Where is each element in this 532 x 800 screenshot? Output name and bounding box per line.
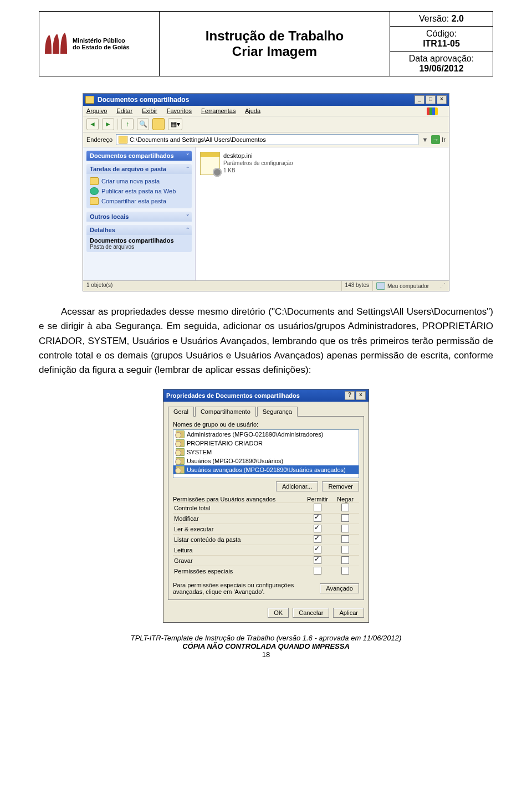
deny-checkbox[interactable] xyxy=(341,535,349,543)
close-button[interactable]: × xyxy=(437,95,447,104)
task-publish-web[interactable]: Publicar esta pasta na Web xyxy=(90,186,188,196)
tab-geral[interactable]: Geral xyxy=(168,407,194,417)
cancel-button[interactable]: Cancelar xyxy=(293,608,329,618)
maximize-button[interactable]: □ xyxy=(426,95,436,104)
deny-checkbox[interactable] xyxy=(341,504,349,511)
permit-checkbox[interactable] xyxy=(314,514,321,522)
explorer-statusbar: 1 objeto(s) 143 bytes Meu computador ⋰ xyxy=(83,280,449,291)
doc-title-2: Criar Imagem xyxy=(232,44,317,59)
menu-editar[interactable]: Editar xyxy=(116,107,132,114)
up-button[interactable]: ↑ xyxy=(121,118,134,130)
file-item[interactable]: desktop.ini Parâmetros de configuração 1… xyxy=(200,152,444,175)
explorer-sidebar: Documentos compartilhadosˇ Tarefas de ar… xyxy=(83,147,196,280)
file-desc: Parâmetros de configuração xyxy=(223,160,293,167)
add-button[interactable]: Adicionar... xyxy=(276,481,318,491)
page-footer: TPLT-ITR-Template de Instrução de Trabal… xyxy=(39,634,493,659)
status-location: Meu computador xyxy=(387,283,429,289)
group-item[interactable]: Usuários (MPGO-021890\Usuários) xyxy=(173,457,359,465)
details-body: Documentos compartilhados Pasta de arqui… xyxy=(86,235,192,252)
date-label: Data aprovação: xyxy=(393,54,489,64)
apply-button[interactable]: Aplicar xyxy=(333,608,364,618)
permit-checkbox[interactable] xyxy=(314,504,321,511)
permission-row: Controle total xyxy=(173,502,359,513)
help-button[interactable]: ? xyxy=(345,391,355,400)
permission-name: Permissões especiais xyxy=(173,568,304,575)
computer-icon xyxy=(376,282,385,290)
permit-checkbox[interactable] xyxy=(314,535,321,543)
permissions-label: Permissões para Usuários avançados xyxy=(173,496,304,502)
deny-checkbox[interactable] xyxy=(341,525,349,532)
deny-checkbox[interactable] xyxy=(341,514,349,522)
deny-checkbox[interactable] xyxy=(341,567,349,575)
group-icon xyxy=(176,466,185,474)
go-button[interactable]: → Ir xyxy=(431,135,446,144)
forward-button[interactable]: ► xyxy=(102,118,114,130)
permission-row: Listar conteúdo da pasta xyxy=(173,534,359,545)
version-label: Versão: xyxy=(419,14,449,23)
col-negar: Negar xyxy=(331,496,359,502)
search-button[interactable]: 🔍 xyxy=(137,118,149,130)
side-panel-details[interactable]: Detalhesˆ xyxy=(86,225,192,235)
date-value: 19/06/2012 xyxy=(393,64,489,74)
status-bytes: 143 bytes xyxy=(342,281,373,291)
folder-icon xyxy=(85,96,94,104)
chevron-icon: ˇ xyxy=(187,153,188,159)
side-panel-other[interactable]: Outros locaisˇ xyxy=(86,212,192,222)
menu-exibir[interactable]: Exibir xyxy=(142,107,157,114)
permit-checkbox[interactable] xyxy=(314,556,321,564)
code-label: Código: xyxy=(393,29,489,39)
menu-arquivo[interactable]: Arquivo xyxy=(86,107,107,114)
version-value: 2.0 xyxy=(452,14,464,23)
ok-button[interactable]: OK xyxy=(268,608,289,618)
group-item[interactable]: Administradores (MPGO-021890\Administrad… xyxy=(173,430,359,439)
properties-tabs: Geral Compartilhamento Segurança xyxy=(168,406,364,417)
groups-listbox[interactable]: Administradores (MPGO-021890\Administrad… xyxy=(173,429,359,478)
group-item-selected[interactable]: Usuários avançados (MPGO-021890\Usuários… xyxy=(173,465,359,474)
ini-file-icon xyxy=(200,152,220,175)
advanced-text: Para permissões especiais ou configuraçõ… xyxy=(173,582,313,595)
explorer-titlebar: Documentos compartilhados _ □ × xyxy=(83,94,449,106)
windows-flag-icon xyxy=(427,107,438,115)
side-panel-shared[interactable]: Documentos compartilhadosˇ xyxy=(86,151,192,161)
tab-compartilhamento[interactable]: Compartilhamento xyxy=(195,407,256,417)
task-new-folder[interactable]: Criar uma nova pasta xyxy=(90,176,188,186)
remove-button[interactable]: Remover xyxy=(322,481,359,491)
share-icon xyxy=(90,197,99,205)
col-permitir: Permitir xyxy=(304,496,331,502)
minimize-button[interactable]: _ xyxy=(415,95,424,104)
file-name: desktop.ini xyxy=(223,152,293,160)
explorer-window: Documentos compartilhados _ □ × Arquivo … xyxy=(83,93,449,291)
permission-row: Permissões especiais xyxy=(173,566,359,576)
chevron-icon: ˆ xyxy=(187,227,188,233)
permit-checkbox[interactable] xyxy=(314,525,321,532)
folder-icon xyxy=(90,177,99,185)
tab-seguranca[interactable]: Segurança xyxy=(257,407,298,417)
permit-checkbox[interactable] xyxy=(314,567,321,575)
page-number: 18 xyxy=(39,650,493,659)
folder-icon xyxy=(119,136,127,143)
menu-ferramentas[interactable]: Ferramentas xyxy=(201,107,236,114)
deny-checkbox[interactable] xyxy=(341,556,349,564)
folders-button[interactable] xyxy=(152,118,165,130)
permission-row: Modificar xyxy=(173,513,359,524)
group-icon xyxy=(176,457,185,465)
advanced-button[interactable]: Avançado xyxy=(320,583,359,593)
menu-ajuda[interactable]: Ajuda xyxy=(245,107,260,114)
task-share-folder[interactable]: Compartilhar esta pasta xyxy=(90,196,188,206)
menu-favoritos[interactable]: Favoritos xyxy=(167,107,192,114)
resize-grip[interactable]: ⋰ xyxy=(434,281,449,291)
group-item[interactable]: PROPRIETÁRIO CRIADOR xyxy=(173,439,359,448)
group-icon xyxy=(176,448,185,456)
permit-checkbox[interactable] xyxy=(314,546,321,553)
explorer-menubar: Arquivo Editar Exibir Favoritos Ferramen… xyxy=(83,106,449,116)
explorer-toolbar: ◄ ► ↑ 🔍 ▦▾ xyxy=(83,116,449,132)
back-button[interactable]: ◄ xyxy=(86,118,99,130)
close-button[interactable]: × xyxy=(356,391,366,400)
address-input[interactable]: C:\Documents and Settings\All Users\Docu… xyxy=(116,134,418,145)
group-item[interactable]: SYSTEM xyxy=(173,448,359,457)
explorer-content: desktop.ini Parâmetros de configuração 1… xyxy=(196,147,449,280)
deny-checkbox[interactable] xyxy=(341,546,349,553)
properties-titlebar: Propriedades de Documentos compartilhado… xyxy=(163,389,369,402)
views-button[interactable]: ▦▾ xyxy=(168,118,182,130)
side-panel-tasks[interactable]: Tarefas de arquivo e pastaˆ xyxy=(86,164,192,174)
